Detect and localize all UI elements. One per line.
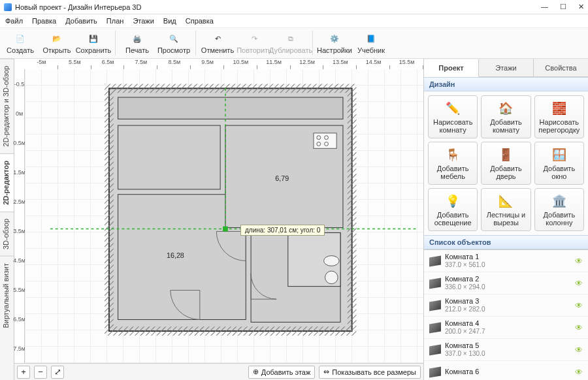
svg-rect-18: [223, 227, 228, 232]
show-dimensions-button[interactable]: ⇔ Показывать все размеры: [319, 366, 421, 379]
zoom-fit-button[interactable]: ⤢: [51, 366, 64, 379]
object-row[interactable]: Комната 2336.0 × 294.0👁: [424, 272, 588, 294]
ruler-tick: 13.5м: [323, 59, 357, 69]
design-head: Дизайн: [424, 77, 588, 91]
object-row[interactable]: Комната 3212.0 × 282.0👁: [424, 294, 588, 317]
room-label-kitchen: 6,79: [275, 174, 289, 182]
vtab-3d[interactable]: 3D-обзор: [0, 212, 14, 256]
visibility-icon[interactable]: 👁: [575, 345, 583, 355]
redo-label: Повторить: [237, 46, 272, 54]
menu-правка[interactable]: Правка: [32, 17, 56, 25]
right-panel: ПроектЭтажиСвойства Дизайн ✏️Нарисовать …: [423, 59, 588, 380]
ruler-tick: 4.5м: [14, 245, 25, 275]
visibility-icon[interactable]: 👁: [575, 301, 583, 310]
draw-wall-icon: 🧱: [551, 100, 568, 117]
tab-floors[interactable]: Этажи: [479, 59, 534, 76]
add-column-button[interactable]: 🏛️Добавить колонну: [534, 188, 584, 231]
draw-room-button[interactable]: ✏️Нарисовать комнату: [428, 95, 478, 138]
view-tabs: 2D-редактор и 3D-обзор2D-редактор3D-обзо…: [0, 59, 14, 380]
vtab-2d[interactable]: 2D-редактор: [0, 153, 14, 212]
duplicate-button: ⧉Дублировать: [273, 28, 308, 58]
visibility-icon[interactable]: 👁: [575, 279, 583, 288]
ruler-tick: 0.5м: [14, 128, 25, 157]
draw-wall-label: Нарисовать перегородку: [536, 118, 582, 134]
visibility-icon[interactable]: 👁: [575, 368, 583, 377]
create-button[interactable]: 📄Создать: [3, 28, 38, 58]
add-floor-button[interactable]: ⊕ Добавить этаж: [248, 366, 315, 379]
draw-room-icon: ✏️: [444, 100, 461, 117]
tutorial-button[interactable]: 📘Учебник: [353, 28, 389, 58]
print-icon: 🖨️: [131, 33, 144, 46]
add-window-label: Добавить окно: [536, 165, 582, 180]
object-row[interactable]: Комната 4200.0 × 247.7👁: [424, 317, 588, 339]
save-label: Сохранить: [76, 46, 112, 54]
plus-icon: ⊕: [253, 368, 259, 376]
add-door-label: Добавить дверь: [483, 165, 529, 180]
menu-этажи[interactable]: Этажи: [133, 17, 154, 25]
floorplan-svg: 16,28 6,79: [25, 69, 423, 363]
draw-room-label: Нарисовать комнату: [430, 118, 476, 134]
menu-план[interactable]: План: [106, 17, 124, 25]
object-dims: 337.0 × 130.0: [445, 350, 571, 358]
object-name: Комната 4: [445, 319, 571, 328]
objects-head: Список объектов: [424, 235, 588, 249]
menu-справка[interactable]: Справка: [186, 17, 214, 25]
add-furn-button[interactable]: 🪑Добавить мебель: [428, 142, 478, 185]
add-light-icon: 💡: [444, 193, 461, 210]
right-tabs: ПроектЭтажиСвойства: [424, 59, 588, 77]
object-list[interactable]: Комната 1337.0 × 561.0👁Комната 2336.0 × …: [424, 249, 588, 380]
undo-button[interactable]: ↶Отменить: [200, 28, 235, 58]
menu-вид[interactable]: Вид: [163, 17, 176, 25]
ruler-tick: -5м: [25, 59, 58, 69]
ruler-tick: 5.5м: [14, 275, 25, 304]
svg-point-14: [324, 256, 339, 266]
add-door-icon: 🚪: [497, 146, 514, 163]
save-icon: 💾: [87, 33, 100, 46]
visibility-icon[interactable]: 👁: [575, 257, 583, 266]
ruler-tick: 2.5м: [14, 187, 25, 216]
create-icon: 📄: [14, 33, 27, 46]
preview-button[interactable]: 🔍Просмотр: [156, 28, 191, 58]
room-icon: [429, 366, 441, 377]
vtab-virtual[interactable]: Виртуальный визит: [0, 256, 14, 335]
ruler-tick: 5.5м: [58, 59, 91, 69]
menu-добавить[interactable]: Добавить: [65, 17, 97, 25]
separator: [312, 31, 313, 55]
floorplan-canvas[interactable]: 16,28 6,79: [25, 69, 423, 363]
add-window-button[interactable]: 🪟Добавить окно: [534, 142, 584, 185]
ruler-tick: 9.5м: [191, 59, 224, 69]
stairs-label: Лестницы и вырезы: [483, 211, 529, 227]
redo-button: ↷Повторить: [237, 28, 272, 58]
visibility-icon[interactable]: 👁: [575, 323, 583, 332]
add-door-button[interactable]: 🚪Добавить дверь: [481, 142, 531, 185]
save-button[interactable]: 💾Сохранить: [76, 28, 111, 58]
ruler-tick: 11.5м: [257, 59, 291, 69]
undo-icon: ↶: [211, 33, 224, 46]
object-row[interactable]: Комната 5337.0 × 130.0👁: [424, 339, 588, 361]
ruler-tick: 7.5м: [124, 59, 157, 69]
zoom-in-button[interactable]: +: [17, 366, 30, 379]
tab-props[interactable]: Свойства: [534, 59, 588, 76]
redo-icon: ↷: [248, 33, 261, 46]
zoom-out-button[interactable]: −: [34, 366, 47, 379]
svg-rect-3: [118, 97, 343, 119]
tab-project[interactable]: Проект: [424, 59, 479, 77]
close-button[interactable]: ✕: [578, 3, 584, 11]
maximize-button[interactable]: ☐: [560, 3, 566, 11]
open-button[interactable]: 📂Открыть: [39, 28, 74, 58]
draw-wall-button[interactable]: 🧱Нарисовать перегородку: [534, 95, 584, 138]
settings-button[interactable]: ⚙️Настройки: [317, 28, 352, 58]
object-row[interactable]: Комната 6👁: [424, 361, 588, 380]
statusbar: + − ⤢ ⊕ Добавить этаж ⇔ Показывать все р…: [14, 363, 423, 380]
stairs-button[interactable]: 📐Лестницы и вырезы: [481, 188, 531, 231]
minimize-button[interactable]: —: [541, 3, 548, 11]
vtab-split[interactable]: 2D-редактор и 3D-обзор: [0, 59, 14, 153]
add-light-button[interactable]: 💡Добавить освещение: [428, 188, 478, 231]
print-label: Печать: [125, 46, 149, 54]
object-row[interactable]: Комната 1337.0 × 561.0👁: [424, 250, 588, 272]
open-icon: 📂: [50, 33, 63, 46]
add-room-button[interactable]: 🏠Добавить комнату: [481, 95, 531, 138]
print-button[interactable]: 🖨️Печать: [120, 28, 155, 58]
preview-icon: 🔍: [167, 33, 180, 46]
menu-файл[interactable]: Файл: [5, 17, 23, 25]
